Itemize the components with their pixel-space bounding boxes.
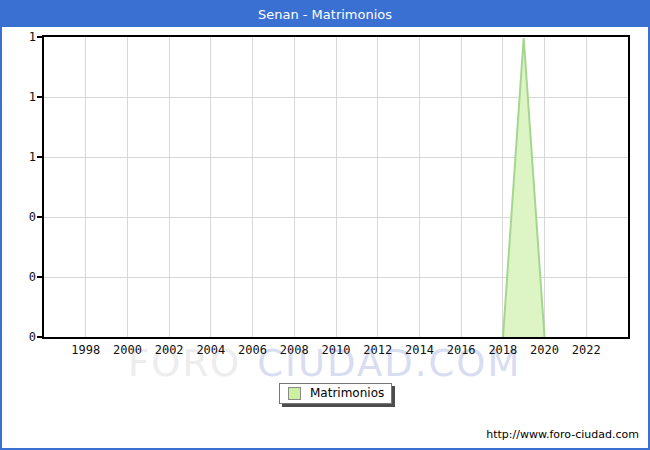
legend-label: Matrimonios bbox=[310, 387, 384, 400]
x-axis-label: 2002 bbox=[155, 343, 184, 357]
y-axis-labels: 111000 bbox=[2, 37, 36, 337]
title-bar: Senan - Matrimonios bbox=[2, 2, 648, 27]
matrimonios-area-series bbox=[44, 38, 607, 337]
x-axis-label: 2010 bbox=[322, 343, 351, 357]
x-axis-label: 2000 bbox=[113, 343, 142, 357]
legend-box: Matrimonios bbox=[279, 383, 392, 404]
y-axis-label: 0 bbox=[29, 330, 36, 344]
x-axis-label: 1998 bbox=[71, 343, 100, 357]
y-axis-tick bbox=[37, 36, 42, 38]
x-axis-label: 2004 bbox=[196, 343, 225, 357]
x-axis-label: 2016 bbox=[447, 343, 476, 357]
x-axis-label: 2020 bbox=[530, 343, 559, 357]
y-axis-tick bbox=[37, 96, 42, 98]
y-axis-label: 1 bbox=[29, 90, 36, 104]
legend-swatch-icon bbox=[288, 387, 301, 400]
site-url-caption: http://www.foro-ciudad.com bbox=[486, 428, 639, 441]
y-axis-tick bbox=[37, 276, 42, 278]
y-axis-ticks bbox=[37, 37, 42, 337]
page-title: Senan - Matrimonios bbox=[258, 7, 392, 22]
area-chart bbox=[44, 37, 628, 337]
x-axis-label: 2006 bbox=[238, 343, 267, 357]
x-axis-label: 2008 bbox=[280, 343, 309, 357]
x-axis-labels: 1998200020022004200620082010201220142016… bbox=[44, 343, 628, 359]
y-axis-tick bbox=[37, 156, 42, 158]
y-axis-label: 0 bbox=[29, 270, 36, 284]
y-axis-label: 0 bbox=[29, 210, 36, 224]
y-axis-tick bbox=[37, 216, 42, 218]
x-axis-label: 2012 bbox=[363, 343, 392, 357]
y-axis-tick bbox=[37, 336, 42, 338]
x-axis-label: 2018 bbox=[488, 343, 517, 357]
y-axis-label: 1 bbox=[29, 30, 36, 44]
y-axis-label: 1 bbox=[29, 150, 36, 164]
x-axis-label: 2022 bbox=[572, 343, 601, 357]
plot-area bbox=[42, 35, 630, 339]
x-axis-label: 2014 bbox=[405, 343, 434, 357]
chart-window: Senan - Matrimonios FOROCIUDAD.COM 11100… bbox=[0, 0, 650, 450]
